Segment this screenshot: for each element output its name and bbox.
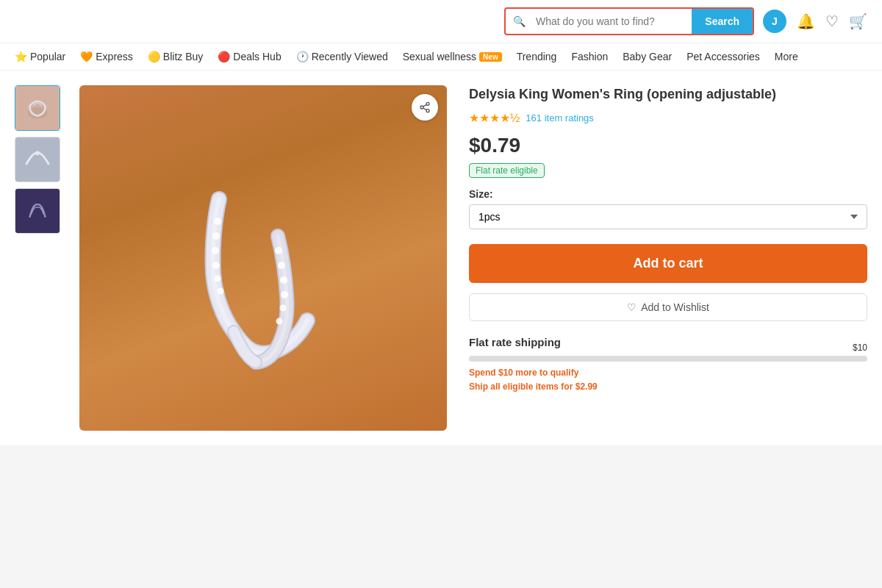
svg-rect-2: [15, 137, 60, 182]
notification-icon[interactable]: 🔔: [797, 12, 815, 30]
svg-point-19: [426, 110, 429, 112]
product-title: Delysia King Women's Ring (opening adjus…: [469, 85, 867, 104]
nav-label-sexual-wellness: Sexual wellness: [403, 51, 476, 62]
svg-point-3: [35, 151, 40, 155]
svg-point-8: [212, 262, 220, 269]
ratings-row: ★★★★½ 161 item ratings: [469, 111, 867, 125]
deals-icon: 🔴: [218, 51, 230, 62]
nav-label-baby-gear: Baby Gear: [623, 51, 672, 62]
shipping-qualify-text: Spend $10 more to qualify: [469, 368, 578, 378]
svg-point-13: [280, 276, 287, 284]
svg-point-16: [276, 318, 283, 325]
shipping-title: Flat rate shipping: [469, 336, 867, 348]
svg-point-14: [281, 291, 288, 298]
cart-icon[interactable]: 🛒: [849, 12, 867, 30]
nav-item-more[interactable]: More: [775, 51, 798, 62]
svg-line-21: [423, 104, 427, 107]
nav-item-deals-hub[interactable]: 🔴 Deals Hub: [218, 51, 281, 62]
add-to-cart-button[interactable]: Add to cart: [469, 244, 867, 283]
shipping-price: $2.99: [576, 381, 598, 392]
svg-line-20: [423, 108, 427, 110]
nav-label-more: More: [775, 51, 798, 62]
blitz-icon: 🟡: [148, 51, 160, 62]
nav-bar: ⭐ Popular 🧡 Express 🟡 Blitz Buy 🔴 Deals …: [0, 43, 882, 71]
nav-label-popular: Popular: [30, 51, 65, 62]
nav-label-trending: Trending: [517, 51, 557, 62]
nav-item-baby-gear[interactable]: Baby Gear: [623, 51, 672, 62]
size-label: Size:: [469, 188, 867, 200]
search-input[interactable]: [533, 10, 692, 33]
svg-point-5: [214, 218, 221, 225]
svg-point-10: [218, 288, 224, 295]
nav-label-pet-accessories: Pet Accessories: [686, 51, 760, 62]
heart-icon: ♡: [627, 301, 637, 313]
svg-point-15: [280, 305, 287, 312]
nav-item-sexual-wellness[interactable]: Sexual wellness New: [403, 51, 502, 62]
svg-point-18: [420, 106, 423, 109]
nav-label-blitz-buy: Blitz Buy: [163, 51, 203, 62]
size-select[interactable]: 1pcs: [469, 204, 867, 229]
svg-rect-4: [15, 189, 60, 233]
search-button[interactable]: Search: [692, 9, 753, 34]
star-rating: ★★★★½: [469, 111, 520, 125]
wishlist-label: Add to Wishlist: [641, 301, 709, 313]
shipping-progress-bar: $10: [469, 356, 867, 362]
new-badge: New: [479, 52, 502, 62]
thumbnail-2[interactable]: [15, 137, 60, 182]
product-image: [79, 85, 447, 431]
product-price: $0.79: [469, 134, 867, 157]
main-content: Delysia King Women's Ring (opening adjus…: [0, 71, 882, 445]
shipping-amount-label: $10: [853, 343, 867, 353]
nav-item-trending[interactable]: Trending: [517, 51, 557, 62]
svg-point-6: [212, 232, 220, 240]
nav-item-fashion[interactable]: Fashion: [571, 51, 608, 62]
express-icon: 🧡: [80, 51, 93, 62]
ratings-count[interactable]: 161 item ratings: [526, 112, 594, 123]
main-image-container: [79, 85, 447, 431]
header: 🔍 Search J 🔔 ♡ 🛒: [0, 0, 882, 43]
svg-point-9: [215, 276, 221, 282]
svg-point-12: [278, 262, 285, 269]
popular-icon: ⭐: [15, 51, 27, 62]
nav-item-popular[interactable]: ⭐ Popular: [15, 51, 65, 62]
add-to-wishlist-button[interactable]: ♡ Add to Wishlist: [469, 293, 867, 321]
thumbnail-list: [15, 85, 65, 431]
share-button[interactable]: [412, 94, 438, 121]
avatar[interactable]: J: [763, 10, 786, 33]
header-icons: J 🔔 ♡ 🛒: [763, 10, 867, 33]
shipping-description: Spend $10 more to qualify Ship all eligi…: [469, 366, 867, 394]
search-icon: 🔍: [506, 15, 533, 27]
nav-label-deals-hub: Deals Hub: [233, 51, 281, 62]
nav-label-express: Express: [96, 51, 133, 62]
search-bar: 🔍 Search: [504, 7, 754, 35]
svg-point-17: [426, 102, 429, 105]
nav-item-blitz-buy[interactable]: 🟡 Blitz Buy: [148, 51, 203, 62]
nav-item-pet-accessories[interactable]: Pet Accessories: [686, 51, 760, 62]
nav-label-recently-viewed: Recently Viewed: [312, 51, 388, 62]
thumbnail-3[interactable]: [15, 188, 60, 234]
wishlist-icon[interactable]: ♡: [825, 12, 839, 30]
nav-item-recently-viewed[interactable]: 🕐 Recently Viewed: [296, 51, 388, 62]
clock-icon: 🕐: [296, 51, 309, 62]
product-details: Delysia King Women's Ring (opening adjus…: [462, 85, 867, 431]
thumbnail-1[interactable]: [15, 85, 60, 131]
shipping-bar-background: [469, 356, 867, 362]
nav-item-express[interactable]: 🧡 Express: [80, 51, 133, 62]
shipping-ship-text: Ship all eligible items for: [469, 381, 573, 392]
flat-rate-badge: Flat rate eligible: [469, 163, 545, 178]
svg-point-11: [275, 247, 282, 254]
svg-point-7: [212, 247, 219, 254]
nav-label-fashion: Fashion: [571, 51, 608, 62]
